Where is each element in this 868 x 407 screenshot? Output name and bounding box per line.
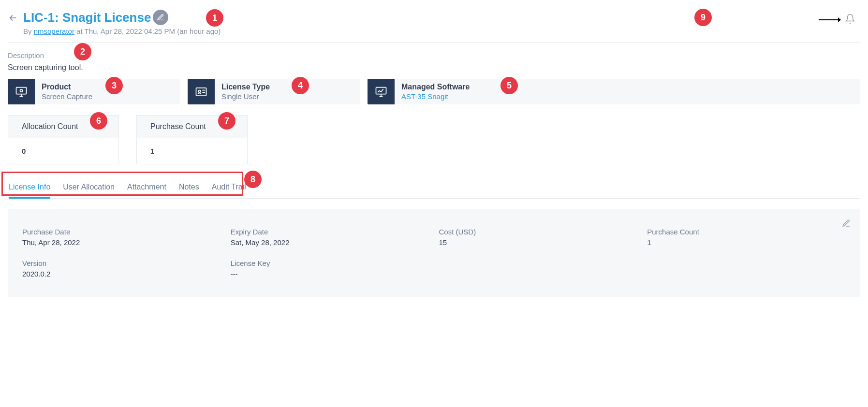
purchase-date-label: Purchase Date [22,228,221,236]
annotation-badge-3: 3 [105,77,123,94]
author-link[interactable]: nmsoperator [34,27,74,35]
tab-license-info[interactable]: License Info [9,178,50,199]
license-key-label: License Key [231,259,429,267]
managed-software-link[interactable]: AST-35 Snagit [401,92,448,101]
purchase-count-label-info: Purchase Count [647,228,846,236]
svg-point-2 [20,89,22,92]
summary-panels: Product Screen Capture License Type Sing… [8,79,860,104]
purchase-count-value-info: 1 [647,238,846,247]
monitor-icon [8,79,35,104]
tabs: License Info User Allocation Attachment … [8,178,860,199]
page-header: LIC-1: Snagit License By nmsoperator at … [8,10,860,43]
annotation-badge-2: 2 [74,43,91,60]
annotation-badge-6: 6 [90,112,107,130]
annotation-badge-9: 9 [694,9,712,26]
cost-value: 15 [439,238,638,247]
meta-suffix: at Thu, Apr 28, 2022 04:25 PM (an hour a… [74,27,221,35]
tab-user-allocation[interactable]: User Allocation [63,178,115,198]
meta-line: By nmsoperator at Thu, Apr 28, 2022 04:2… [23,27,221,35]
panel-license-type-value: Single User [221,92,346,101]
tab-audit-trail[interactable]: Audit Trail [212,178,246,198]
panel-managed-software-title: Managed Software [401,83,478,91]
panel-license-type-title: License Type [221,83,346,91]
tab-attachment[interactable]: Attachment [127,178,166,198]
tab-notes[interactable]: Notes [179,178,199,198]
description-label: Description [8,51,860,59]
purchase-date-value: Thu, Apr 28, 2022 [22,238,221,247]
version-value: 2020.0.2 [22,270,221,278]
panel-license-type: License Type Single User [188,79,360,104]
expiry-date-value: Sat, May 28, 2022 [231,238,429,247]
annotation-badge-4: 4 [292,77,309,94]
svg-rect-3 [196,87,206,95]
meta-prefix: By [23,27,34,35]
annotation-badge-1: 1 [206,9,223,27]
license-key-value: --- [231,270,429,278]
page-title: LIC-1: Snagit License [23,10,151,25]
panel-product: Product Screen Capture [8,79,180,104]
description-value: Screen capturing tool. [8,63,860,72]
edit-info-button[interactable] [842,219,851,229]
panel-product-value: Screen Capture [42,92,166,101]
id-card-icon [188,79,215,104]
count-cards: Allocation Count 0 Purchase Count 1 [8,115,860,164]
license-info-panel: Purchase Date Thu, Apr 28, 2022 Expiry D… [8,209,860,297]
chart-icon [368,79,395,104]
edit-title-button[interactable] [153,10,168,25]
svg-rect-5 [376,87,386,94]
panel-managed-software: Managed Software AST-35 Snagit [368,79,860,104]
back-arrow-icon[interactable] [8,13,18,25]
cost-label: Cost (USD) [439,228,638,236]
allocation-count-value: 0 [8,138,118,164]
svg-rect-1 [16,87,27,94]
panel-product-title: Product [42,83,166,91]
svg-point-4 [198,90,201,92]
annotation-badge-7: 7 [218,112,235,130]
arrow-right-icon [819,16,841,24]
purchase-count-value: 1 [137,138,247,164]
bell-icon[interactable] [845,14,855,26]
version-label: Version [22,259,221,267]
expiry-date-label: Expiry Date [231,228,429,236]
tabs-region: License Info User Allocation Attachment … [8,178,860,199]
annotation-badge-5: 5 [500,77,518,94]
annotation-badge-8: 8 [244,171,262,188]
